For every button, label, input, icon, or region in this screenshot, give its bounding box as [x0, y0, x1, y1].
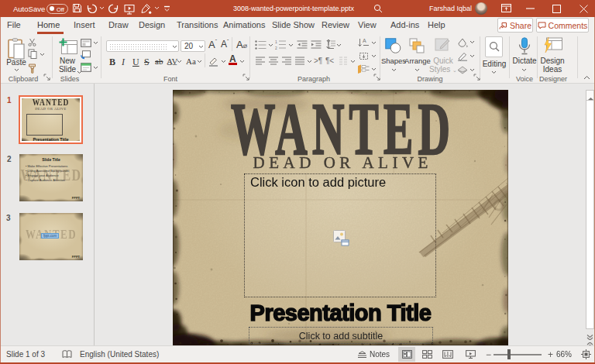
svg-text:2: 2 — [275, 46, 277, 50]
svg-text:A: A — [363, 38, 366, 43]
svg-text:1: 1 — [275, 39, 277, 44]
